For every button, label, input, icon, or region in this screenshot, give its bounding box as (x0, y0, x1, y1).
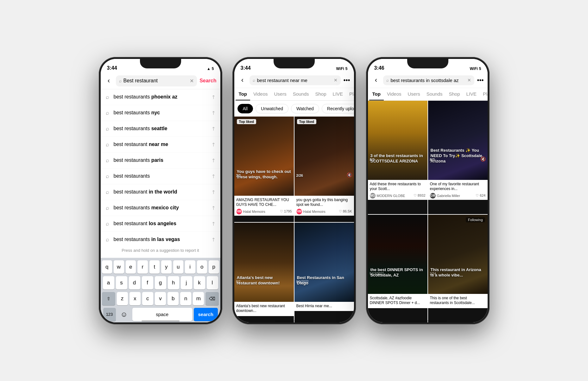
key-b[interactable]: b (168, 292, 179, 305)
results-search-box-2[interactable]: ⌕ best restaurant near me ✕ (250, 75, 341, 85)
key-p[interactable]: p (209, 260, 219, 274)
key-e[interactable]: e (126, 260, 136, 274)
key-i[interactable]: i (185, 260, 195, 274)
tab-live-3[interactable]: LIVE (463, 88, 480, 100)
suggestion-item[interactable]: ⌕ best restaurants mexico city ↗ (101, 200, 220, 216)
time: 3:44 (107, 65, 117, 71)
key-t[interactable]: t (149, 260, 160, 274)
more-button-2[interactable]: ••• (343, 77, 350, 84)
results-search-box-3[interactable]: ⌕ best restaurants in scottsdale az ✕ (383, 75, 475, 85)
key-n[interactable]: n (180, 292, 191, 305)
tab-shop[interactable]: Shop (312, 88, 330, 100)
key-g[interactable]: g (155, 276, 166, 289)
tab-place[interactable]: Place (346, 88, 354, 100)
video-cell[interactable]: Top liked 2/26🔇 you guys gotta try this … (294, 117, 354, 222)
key-a[interactable]: a (103, 276, 114, 289)
suggestion-item[interactable]: ⌕ best restaurant near me ↗ (101, 137, 220, 153)
video-meta: Scottsdale, AZ #azfoodie DINNER SPOTS Di… (368, 294, 427, 308)
search-suggestion-icon: ⌕ (106, 220, 109, 227)
key-s[interactable]: s (116, 276, 127, 289)
mute-icon: 🔇 (347, 172, 352, 177)
back-button[interactable]: ‹ (104, 77, 113, 85)
key-shift[interactable]: ⇧ (102, 292, 115, 305)
key-search[interactable]: search (194, 308, 218, 321)
key-y[interactable]: y (161, 260, 172, 274)
video-title: Best Hirria near me... (296, 304, 352, 309)
search-suggestion-icon: ⌕ (106, 157, 109, 164)
key-o[interactable]: o (197, 260, 207, 274)
suggestion-item[interactable]: ⌕ best restaurants nyc ↗ (101, 105, 220, 121)
key-d[interactable]: d (129, 276, 140, 289)
back-button-2[interactable]: ‹ (238, 76, 247, 84)
more-button-3[interactable]: ••• (477, 77, 484, 84)
tab-users[interactable]: Users (271, 88, 289, 100)
tab-top-3[interactable]: Top (369, 88, 384, 100)
tab-top[interactable]: Top (236, 88, 250, 100)
search-icon-3: ⌕ (386, 78, 389, 83)
key-u[interactable]: u (173, 260, 184, 274)
key-v[interactable]: v (155, 292, 166, 305)
filter-chip[interactable]: All (237, 104, 253, 113)
tab-sounds-3[interactable]: Sounds (423, 88, 446, 100)
battery-icon-3: 5 (479, 67, 481, 71)
kb-row-2: a s d f g h j k l (102, 276, 219, 289)
video-cell[interactable]: Best Restaurants in San Diego 8/9/2022 B… (294, 223, 354, 322)
video-cell[interactable]: 3 of the best restaurants in SCOTTSDALE … (368, 101, 427, 214)
key-h[interactable]: h (168, 276, 179, 289)
tab-live[interactable]: LIVE (330, 88, 346, 100)
key-c[interactable]: c (142, 292, 153, 305)
tab-videos[interactable]: Videos (250, 88, 271, 100)
tab-place-3[interactable]: Place (480, 88, 487, 100)
video-title: Scottsdale, AZ #azfoodie DINNER SPOTS Di… (370, 296, 426, 306)
suggestion-item[interactable]: ⌕ best restaurants ↗ (101, 168, 220, 184)
suggestion-item[interactable]: ⌕ best restaurants paris ↗ (101, 153, 220, 168)
suggestion-item[interactable]: ⌕ best restaurants in las vegas ↗ (101, 232, 220, 243)
key-x[interactable]: x (130, 292, 141, 305)
search-input[interactable]: Best restaurant (123, 78, 188, 84)
video-count-badge: 3/1 (236, 174, 241, 177)
key-f[interactable]: f (142, 276, 153, 289)
key-delete[interactable]: ⌫ (205, 292, 219, 305)
video-cell[interactable]: the best DINNER SPOTS in Scottsdale, AZ … (368, 215, 427, 322)
suggestion-item[interactable]: ⌕ best restaurants seattle ↗ (101, 121, 220, 137)
tab-users-3[interactable]: Users (404, 88, 423, 100)
author-name: Halal Memoirs (243, 210, 279, 213)
video-cell[interactable]: Following This restaurant in Arizona is … (428, 215, 488, 322)
video-cell[interactable]: Atlanta's best new restaurant downtown! … (234, 223, 294, 322)
key-123[interactable]: 123 (103, 308, 116, 321)
key-z[interactable]: z (117, 292, 128, 305)
filter-chip[interactable]: Watched (291, 104, 319, 113)
video-cell[interactable]: Top liked You guys have to check out the… (234, 117, 294, 222)
key-q[interactable]: q (102, 260, 112, 274)
video-cell[interactable]: Best Restaurants ✨ You NEED To Try✨ Scot… (428, 101, 488, 214)
author-name: Halal Memoirs (303, 210, 338, 213)
suggestion-item[interactable]: ⌕ best restaurant los angeles ↗ (101, 216, 220, 232)
suggestion-item[interactable]: ⌕ best restaurant in the world ↗ (101, 184, 220, 200)
key-m[interactable]: m (193, 292, 204, 305)
results-header-2: ‹ ⌕ best restaurant near me ✕ ••• (234, 73, 354, 88)
search-button[interactable]: Search (199, 78, 216, 84)
search-header: ‹ ⌕ Best restaurant ✕ Search (101, 73, 220, 89)
clear-button[interactable]: ✕ (190, 78, 194, 84)
clear-icon-2[interactable]: ✕ (334, 78, 338, 83)
video-bg-inner: Top liked 2/26🔇 (294, 117, 354, 196)
key-j[interactable]: j (181, 276, 192, 289)
filter-row-2: AllUnwatchedWatchedRecently uploaded (234, 101, 354, 117)
suggestion-item[interactable]: ⌕ best restaurants phoenix az ↗ (101, 89, 220, 105)
key-space[interactable]: space (132, 308, 192, 321)
video-grid-2: Top liked You guys have to check out the… (234, 117, 354, 322)
clear-icon-3[interactable]: ✕ (467, 78, 471, 83)
key-r[interactable]: r (137, 260, 148, 274)
tab-shop-3[interactable]: Shop (446, 88, 463, 100)
tab-sounds[interactable]: Sounds (290, 88, 312, 100)
search-box[interactable]: ⌕ Best restaurant ✕ (116, 75, 197, 86)
video-grid-3: 3 of the best restaurants in SCOTTSDALE … (368, 101, 488, 322)
key-emoji[interactable]: ☺ (117, 308, 131, 321)
tab-videos-3[interactable]: Videos (384, 88, 405, 100)
key-l[interactable]: l (207, 276, 218, 289)
back-button-3[interactable]: ‹ (372, 76, 381, 84)
key-w[interactable]: w (114, 260, 124, 274)
key-k[interactable]: k (194, 276, 205, 289)
filter-chip[interactable]: Recently uploaded (322, 104, 354, 113)
filter-chip[interactable]: Unwatched (256, 104, 288, 113)
